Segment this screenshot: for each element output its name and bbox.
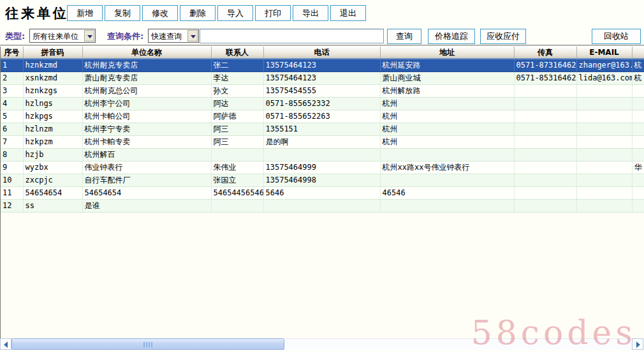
cell[interactable] [632,110,644,123]
type-select-dropdown-button[interactable] [84,30,94,41]
cell[interactable]: 杭州李宁公司 [82,97,211,110]
exit-button[interactable]: 退出 [330,5,366,21]
cell[interactable]: hzlnzm [23,123,82,135]
cell[interactable]: 11 [1,186,23,199]
cell[interactable] [380,174,514,186]
cell[interactable] [514,148,576,161]
cell[interactable]: hzkpgs [23,110,82,123]
cell[interactable]: 13575464123 [263,71,380,84]
cell[interactable]: 0571-855652332 [263,97,380,110]
cell[interactable]: 萧山耐克专卖店 [82,71,211,84]
cell[interactable]: 杭州卡帕专卖 [82,135,211,148]
cell[interactable] [263,148,380,161]
column-header-pinyin[interactable]: 拼音码 [23,47,82,59]
cell[interactable]: 54654654 [23,186,82,199]
cell[interactable] [514,199,576,212]
cell[interactable]: hznkzgs [23,84,82,97]
cell[interactable]: 是谁 [82,199,211,212]
cell[interactable] [632,199,644,212]
table-row[interactable]: 3hznkzgs杭州耐克总公司孙文13575454555杭州解放路 [1,84,644,97]
cell[interactable]: 杭州李宁专卖 [82,123,211,135]
column-header-phone[interactable]: 电话 [263,47,380,59]
cell[interactable]: 54654654 [82,186,211,199]
cell[interactable] [632,135,644,148]
cell[interactable]: 13575464123 [263,59,380,71]
cell[interactable] [576,174,632,186]
cell[interactable]: hzlngs [23,97,82,110]
cell[interactable]: 杭州xx路xx号伟业钟表行 [380,161,514,174]
cell[interactable]: wyzbx [23,161,82,174]
cell[interactable] [576,123,632,135]
cell[interactable]: 杭 [632,59,644,71]
cell[interactable]: 阿三 [211,123,263,135]
cell[interactable]: 张二 [211,59,263,71]
cell[interactable]: 5 [1,110,23,123]
cell[interactable]: 杭州 [380,135,514,148]
recycle-bin-button[interactable]: 回收站 [592,29,641,44]
cell[interactable] [576,148,632,161]
cell[interactable]: 华 [632,161,644,174]
column-header-email[interactable]: E-MAIL [576,47,632,59]
cell[interactable]: 阿三 [211,135,263,148]
cell[interactable]: xsnkzmd [23,71,82,84]
cell[interactable] [576,199,632,212]
column-header-fax[interactable]: 传真 [514,47,576,59]
cell[interactable]: 李达 [211,71,263,84]
cell[interactable] [514,97,576,110]
cell[interactable]: 孙文 [211,84,263,97]
table-row[interactable]: 5hzkpgs杭州卡帕公司阿萨德0571-855652263杭州 [1,110,644,123]
cell[interactable]: 8 [1,148,23,161]
table-row[interactable]: 6hzlnzm杭州李宁专卖阿三1355151杭州 [1,123,644,135]
cell[interactable]: 自行车配件厂 [82,174,211,186]
cell[interactable]: 杭州延安路 [380,59,514,71]
cell[interactable] [380,199,514,212]
export-button[interactable]: 导出 [293,5,328,21]
cell[interactable]: 杭州耐克专卖店 [82,59,211,71]
cell[interactable] [632,174,644,186]
cell[interactable]: 杭州卡帕公司 [82,110,211,123]
table-row[interactable]: 1hznkzmd杭州耐克专卖店张二13575464123杭州延安路0571-87… [1,59,644,71]
cell[interactable]: zxcpjc [23,174,82,186]
cell[interactable]: hzkpzm [23,135,82,148]
cell[interactable] [263,199,380,212]
cell[interactable]: 是的啊 [263,135,380,148]
add-button[interactable]: 新增 [67,5,103,21]
cell[interactable] [514,174,576,186]
cell[interactable]: 6 [1,123,23,135]
cell[interactable]: 杭州 [380,97,514,110]
cell[interactable]: 杭州 [380,123,514,135]
cell[interactable] [632,123,644,135]
column-header-seq[interactable]: 序号 [1,47,23,59]
cell[interactable]: 9 [1,161,23,174]
cell[interactable]: 13575464998 [263,174,380,186]
table-row[interactable]: 2xsnkzmd萧山耐克专卖店李达13575464123萧山商业城0571-85… [1,71,644,84]
cell[interactable]: lida@163.com [576,71,632,84]
cell[interactable]: 杭州耐克总公司 [82,84,211,97]
scroll-right-button[interactable] [632,338,643,350]
scroll-left-button[interactable] [0,338,11,350]
cell[interactable] [211,148,263,161]
cell[interactable]: ss [23,199,82,212]
cell[interactable] [576,110,632,123]
cell[interactable]: 杭 [632,71,644,84]
cell[interactable] [380,148,514,161]
cell[interactable]: 2 [1,71,23,84]
cell[interactable] [576,186,632,199]
cell[interactable]: 阿达 [211,97,263,110]
scrollbar-track[interactable] [284,338,631,350]
table-row[interactable]: 4hzlngs杭州李宁公司阿达0571-855652332杭州 [1,97,644,110]
cell[interactable] [632,97,644,110]
table-row[interactable]: 10zxcpjc自行车配件厂张国立13575464998 [1,174,644,186]
query-button[interactable]: 查询 [387,29,421,44]
cell[interactable] [514,110,576,123]
cell[interactable]: 10 [1,174,23,186]
cell[interactable]: 张国立 [211,174,263,186]
cell[interactable] [514,84,576,97]
condition-select[interactable]: 快速查询 [148,29,199,43]
table-row[interactable]: 12ss是谁 [1,199,644,212]
column-header-extra[interactable] [632,47,644,59]
receivable-payable-button[interactable]: 应收应付 [480,29,526,44]
price-track-button[interactable]: 价格追踪 [428,29,475,44]
cell[interactable]: 3 [1,84,23,97]
cell[interactable]: 5646 [263,186,380,199]
